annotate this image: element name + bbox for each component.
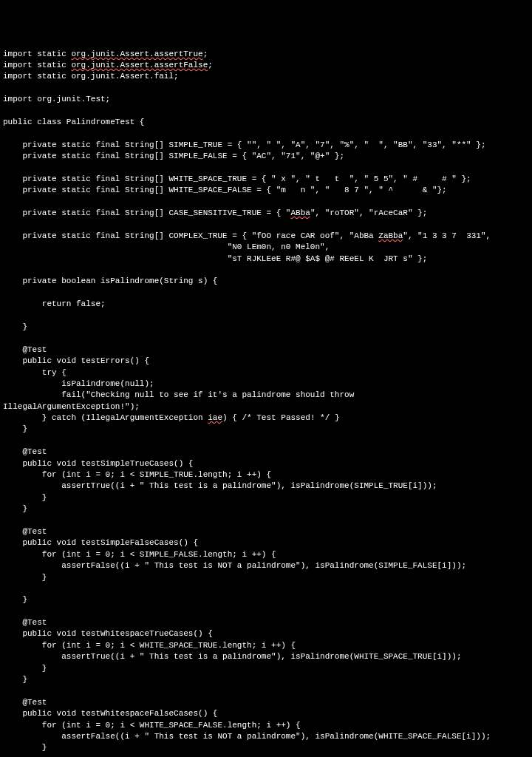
code-line: for (int i = 0; i < SIMPLE_TRUE.length; … (3, 469, 529, 481)
code-line (3, 435, 529, 447)
code-line: @Test (3, 447, 529, 458)
code-line (3, 754, 529, 757)
code-line: } catch (IllegalArgumentException iae) {… (3, 413, 529, 424)
code-line (3, 685, 529, 696)
code-line (3, 583, 529, 594)
spellcheck-underline: iae (208, 413, 222, 422)
code-line: private static final String[] CASE_SENSI… (3, 208, 529, 219)
code-line: return false; (3, 299, 529, 310)
code-line (3, 265, 529, 276)
code-line: assertFalse((i + " This test is NOT a pa… (3, 560, 529, 571)
code-line: try { (3, 367, 529, 378)
code-line: public void testSimpleFalseCases() { (3, 537, 529, 549)
code-line (3, 310, 529, 322)
code-line: } (3, 663, 529, 674)
code-line: @Test (3, 617, 529, 628)
spellcheck-underline: ZaBba (378, 231, 403, 240)
code-line: public void testSimpleTrueCases() { (3, 458, 529, 469)
code-line: public void testWhitespaceTrueCases() { (3, 628, 529, 639)
spellcheck-underline: ABba (290, 208, 310, 217)
code-line: @Test (3, 344, 529, 356)
code-line (3, 162, 529, 173)
code-line (3, 606, 529, 617)
spellcheck-underline: org.junit.Assert.assertTrue (71, 50, 202, 58)
code-line: } (3, 322, 529, 333)
code-line (3, 515, 529, 526)
code-line: } (3, 424, 529, 435)
code-line: import static org.junit.Assert.assertTru… (3, 49, 529, 60)
code-line (3, 288, 529, 299)
code-line: for (int i = 0; i < WHITE_SPACE_FALSE.le… (3, 720, 529, 731)
code-line: @Test (3, 526, 529, 537)
code-line: assertFalse((i + " This test is NOT a pa… (3, 731, 529, 742)
code-line: public class PalindromeTest { (3, 117, 529, 128)
code-line: } (3, 594, 529, 605)
code-line: private boolean isPalindrome(String s) { (3, 276, 529, 287)
code-line: } (3, 742, 529, 753)
code-line: private static final String[] COMPLEX_TR… (3, 231, 529, 242)
code-line: "sT RJKLEeE R#@ $A$ @# REeEL K JRT s" }; (3, 254, 529, 265)
code-line: private static final String[] SIMPLE_TRU… (3, 140, 529, 151)
spellcheck-underline: org.junit.Assert.assertFalse (71, 61, 208, 69)
code-line: import static org.junit.Assert.assertFal… (3, 60, 529, 71)
code-line (3, 83, 529, 94)
code-line: private static final String[] SIMPLE_FAL… (3, 151, 529, 162)
code-line: public void testErrors() { (3, 356, 529, 367)
code-line: private static final String[] WHITE_SPAC… (3, 185, 529, 196)
code-line: isPalindrome(null); (3, 378, 529, 390)
code-line: } (3, 674, 529, 685)
code-line: assertTrue((i + " This test is a palindr… (3, 481, 529, 492)
code-line: import static org.junit.Assert.fail; (3, 71, 529, 82)
code-line (3, 333, 529, 344)
code-line (3, 197, 529, 208)
code-line: IllegalArgumentException!"); (3, 401, 529, 413)
code-line (3, 128, 529, 139)
code-editor-content: import static org.junit.Assert.assertTru… (3, 49, 529, 757)
code-line: assertTrue((i + " This test is a palindr… (3, 651, 529, 662)
code-line: fail("Checking null to see if it's a pal… (3, 390, 529, 401)
code-line: "N0 LEm0n, n0 Mel0n", (3, 242, 529, 253)
code-line: } (3, 492, 529, 503)
code-line: for (int i = 0; i < WHITE_SPACE_TRUE.len… (3, 640, 529, 651)
code-line: public void testWhitespaceFalseCases() { (3, 708, 529, 719)
code-line (3, 219, 529, 230)
code-line: } (3, 503, 529, 515)
code-line: import org.junit.Test; (3, 94, 529, 105)
code-line: } (3, 572, 529, 583)
code-line (3, 106, 529, 117)
code-line: @Test (3, 697, 529, 708)
code-line: for (int i = 0; i < SIMPLE_FALSE.length;… (3, 549, 529, 560)
code-line: private static final String[] WHITE_SPAC… (3, 174, 529, 185)
